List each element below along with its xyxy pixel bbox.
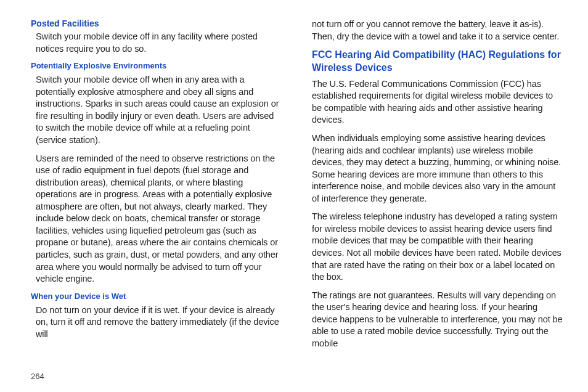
body-paragraph: Users are reminded of the need to observ… (31, 153, 282, 285)
heading-fcc-hac: FCC Hearing Aid Compatibility (HAC) Regu… (312, 49, 563, 75)
heading-posted-facilities: Posted Facilities (31, 18, 282, 28)
heading-explosive-environments: Potentially Explosive Environments (31, 61, 282, 70)
left-column: Posted Facilities Switch your mobile dev… (31, 18, 282, 356)
body-paragraph: The ratings are not guarantees. Results … (312, 290, 563, 350)
page-content: Posted Facilities Switch your mobile dev… (0, 0, 588, 356)
body-paragraph: The U.S. Federal Communications Commissi… (312, 78, 563, 126)
heading-device-wet: When your Device is Wet (31, 292, 282, 301)
body-paragraph: Do not turn on your device if it is wet.… (31, 304, 282, 341)
body-paragraph: Switch your mobile device off when in an… (31, 74, 282, 146)
body-paragraph: not turn off or you cannot remove the ba… (312, 18, 563, 43)
body-paragraph: Switch your mobile device off in any fac… (31, 31, 282, 55)
body-paragraph: When individuals employing some assistiv… (312, 133, 563, 205)
right-column: not turn off or you cannot remove the ba… (312, 18, 563, 356)
body-paragraph: The wireless telephone industry has deve… (312, 211, 563, 283)
page-number: 264 (31, 372, 44, 381)
